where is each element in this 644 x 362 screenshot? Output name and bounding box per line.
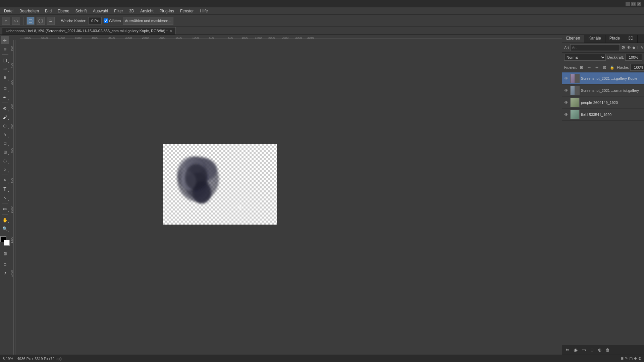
statusbar-icon-1[interactable]: ⊞: [621, 356, 624, 361]
menu-filter[interactable]: Filter: [111, 8, 126, 14]
pen-tool[interactable]: ✎▾: [1, 176, 9, 184]
menu-bild[interactable]: Bild: [42, 8, 54, 14]
quick-select-tool[interactable]: ⊕▾: [1, 73, 9, 81]
statusbar-icon-2[interactable]: ✎: [625, 356, 628, 361]
layer-item-2[interactable]: 👁 people-2604149_1920: [562, 97, 644, 109]
layer-adjustment-button[interactable]: ▭: [580, 347, 587, 353]
blend-mode-select[interactable]: Normal: [564, 54, 606, 61]
layers-panel: Art ⚙ 👁 ◆ T ✎ ⊙ Normal Deckkr: [562, 43, 644, 355]
maximize-button[interactable]: □: [631, 2, 636, 6]
menu-fenster[interactable]: Fenster: [177, 8, 197, 14]
lock-all-btn[interactable]: 🔒: [609, 64, 615, 71]
tab-kanaele[interactable]: Kanäle: [584, 35, 605, 43]
weiche-kanter-input[interactable]: [88, 17, 102, 24]
menu-hilfe[interactable]: Hilfe: [197, 8, 211, 14]
glatten-checkbox[interactable]: [104, 18, 108, 23]
blur-tool[interactable]: ◌▾: [1, 157, 9, 165]
layer-3-thumbnail: [570, 110, 580, 119]
minimize-button[interactable]: ─: [626, 2, 630, 6]
layer-0-visibility[interactable]: 👁: [564, 76, 569, 81]
select-rect-icon[interactable]: ▢: [26, 17, 35, 25]
canvas-scroll-area[interactable]: [15, 40, 562, 355]
lasso-tool[interactable]: ⊃▾: [1, 65, 9, 73]
layer-item-1[interactable]: 👁 Screenshot_2021-...om.miui.gallery: [562, 84, 644, 97]
hand-tool[interactable]: ✋▾: [1, 216, 9, 224]
layer-fx-button[interactable]: fx: [564, 347, 571, 353]
screen-mode-btn[interactable]: ⊡: [1, 260, 9, 268]
layer-item-0[interactable]: 👁 Screenshot_2021-...i.gallery Kopie: [562, 72, 644, 84]
layers-adjustment-filter[interactable]: ◆: [632, 44, 635, 51]
layer-delete-button[interactable]: 🗑: [604, 347, 611, 353]
zoom-tool[interactable]: 🔍▾: [1, 225, 9, 233]
svg-text:-4500: -4500: [74, 36, 82, 40]
text-tool[interactable]: T▾: [1, 185, 9, 193]
layer-1-visibility[interactable]: 👁: [564, 88, 569, 93]
document-tab[interactable]: Unbenannt-1 bei 8,19% (Screenshot_2021-0…: [2, 27, 176, 35]
menu-3d[interactable]: 3D: [126, 8, 137, 14]
lock-artboard-btn[interactable]: ⊡: [601, 64, 608, 71]
layer-mask-button[interactable]: ◉: [572, 347, 579, 353]
menu-ansicht[interactable]: Ansicht: [138, 8, 156, 14]
statusbar-icon-5[interactable]: ⊗: [638, 356, 641, 361]
layers-vector-filter[interactable]: ✎: [640, 44, 644, 51]
left-toolbar: ✛ ⊞ ▢▾ ⊃▾ ⊕▾ ⊡▾ ✒▾ ⊗▾ 🖌▾ ⊙▾ ↰▾ ◻▾ ▥▾ ◌▾ …: [0, 35, 10, 355]
statusbar-icon-4[interactable]: ⊕: [634, 356, 637, 361]
layer-1-name: Screenshot_2021-...om.miui.gallery: [581, 88, 643, 93]
svg-text:2000: 2000: [268, 36, 275, 40]
layer-3-visibility[interactable]: 👁: [564, 112, 569, 117]
color-boxes[interactable]: [0, 236, 10, 246]
marquee-rect-tool[interactable]: ▢▾: [1, 56, 9, 64]
tab-3d[interactable]: 3D: [624, 35, 638, 43]
tab-close-button[interactable]: ✕: [169, 29, 172, 33]
layer-new-button[interactable]: ⊕: [596, 347, 603, 353]
gradient-tool[interactable]: ▥▾: [1, 148, 9, 156]
crop-tool[interactable]: ⊡▾: [1, 84, 9, 93]
statusbar-icon-3[interactable]: ▢: [629, 356, 633, 361]
quick-mask-btn[interactable]: ▨: [1, 249, 9, 257]
background-color[interactable]: [4, 240, 10, 246]
layer-group-button[interactable]: ⊞: [588, 347, 595, 353]
rotate-view-btn[interactable]: ↺: [1, 269, 9, 277]
menu-schrift[interactable]: Schrift: [73, 8, 90, 14]
history-brush-tool[interactable]: ↰▾: [1, 130, 9, 138]
tab-ebenen[interactable]: Ebenen: [562, 35, 584, 43]
layers-filter-bar: Art ⚙ 👁 ◆ T ✎ ⊙: [562, 43, 644, 53]
select-ellipse-icon[interactable]: ◯: [37, 17, 45, 25]
fill-input[interactable]: [630, 64, 644, 71]
layers-filter-icon[interactable]: ⚙: [621, 44, 626, 51]
eyedropper-tool[interactable]: ✒▾: [1, 93, 9, 101]
artboard-tool[interactable]: ⊞: [1, 45, 9, 53]
menu-ebene[interactable]: Ebene: [55, 8, 72, 14]
shape-tool[interactable]: ▭▾: [1, 205, 9, 213]
lock-transparent-btn[interactable]: ⊞: [578, 64, 585, 71]
path-select-tool[interactable]: ↖▾: [1, 194, 9, 202]
auswahl-maskieren-button[interactable]: Auswählen und maskieren...: [123, 17, 173, 25]
svg-text:-3500: -3500: [107, 36, 115, 40]
lock-move-btn[interactable]: ✛: [593, 64, 600, 71]
horizontal-ruler: -6000 -5500 -5000 -4500 -4000 -3500 -300…: [20, 35, 562, 40]
lasso-icon[interactable]: ⊃: [47, 17, 55, 25]
dodge-tool[interactable]: ○▾: [1, 165, 9, 173]
layer-item-3[interactable]: 👁 field-533541_1920: [562, 109, 644, 121]
move-tool[interactable]: ✛: [1, 36, 9, 44]
layers-text-filter[interactable]: T: [637, 44, 639, 51]
eraser-tool[interactable]: ◻▾: [1, 139, 9, 147]
statusbar: 8,19% 4936 Px x 3319 Px (72 ppi) ⊞ ✎ ▢ ⊕…: [0, 355, 644, 362]
layers-filter-input[interactable]: [570, 44, 620, 51]
home-icon[interactable]: ⌂: [2, 17, 10, 25]
close-button[interactable]: ✕: [637, 2, 641, 6]
layer-2-visibility[interactable]: 👁: [564, 100, 569, 105]
brush-tool[interactable]: 🖌▾: [1, 113, 9, 121]
lock-paint-btn[interactable]: ✏: [586, 64, 592, 71]
clone-stamp-tool[interactable]: ⊙▾: [1, 122, 9, 130]
brush-preset-icon[interactable]: ⬭: [12, 17, 20, 25]
tab-pfade[interactable]: Pfade: [605, 35, 624, 43]
menu-auswahl[interactable]: Auswahl: [90, 8, 111, 14]
layers-eye-filter[interactable]: 👁: [627, 44, 631, 51]
menu-plugins[interactable]: Plug-ins: [157, 8, 177, 14]
menu-bearbeiten[interactable]: Bearbeiten: [17, 8, 42, 14]
spot-heal-tool[interactable]: ⊗▾: [1, 104, 9, 112]
opacity-input[interactable]: [625, 54, 642, 61]
menu-datei[interactable]: Datei: [1, 8, 16, 14]
canvas-area: -600 -400 -200 200 400 600 800 1000 1200…: [10, 40, 562, 355]
